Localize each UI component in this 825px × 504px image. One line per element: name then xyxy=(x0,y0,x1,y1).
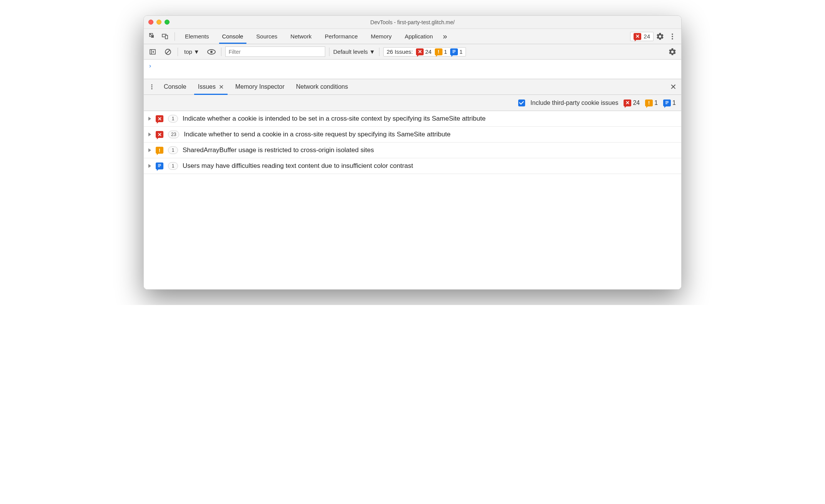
separator xyxy=(178,48,178,56)
svg-point-4 xyxy=(672,36,673,37)
empty-area xyxy=(144,174,681,289)
issue-count-pill: 1 xyxy=(168,162,178,170)
error-count: 24 xyxy=(644,33,650,40)
checkbox-label: Include third-party cookie issues xyxy=(531,99,619,106)
issue-title: Users may have difficulties reading text… xyxy=(183,162,413,170)
tab-label: Elements xyxy=(185,33,209,40)
prompt-icon: › xyxy=(148,63,152,70)
info-count: 1 xyxy=(459,48,462,55)
info-icon xyxy=(663,99,671,106)
overflow-glyph: » xyxy=(443,32,447,41)
tab-sources[interactable]: Sources xyxy=(250,29,284,44)
separator xyxy=(221,48,221,56)
device-toolbar-icon[interactable] xyxy=(159,31,171,42)
console-toolbar: top ▼ Default levels ▼ 26 Issues: ✕24 !1… xyxy=(144,44,681,60)
settings-icon[interactable] xyxy=(654,31,666,42)
tab-label: Memory xyxy=(371,33,392,40)
live-expression-icon[interactable] xyxy=(206,46,217,58)
issue-title: Indicate whether a cookie is intended to… xyxy=(183,115,486,123)
issue-row[interactable]: 1Users may have difficulties reading tex… xyxy=(144,158,681,174)
issue-title: SharedArrayBuffer usage is restricted to… xyxy=(183,146,374,154)
issue-row[interactable]: !1SharedArrayBuffer usage is restricted … xyxy=(144,143,681,158)
drawer-kebab-icon[interactable] xyxy=(146,81,158,93)
tab-label: Network xyxy=(291,33,312,40)
tab-label: Network conditions xyxy=(296,83,348,90)
svg-point-9 xyxy=(210,51,213,53)
error-icon: ✕ xyxy=(156,115,163,122)
warning-icon: ! xyxy=(156,147,163,154)
warning-count: 1 xyxy=(654,99,658,106)
open-issues-button[interactable]: ✕ 24 xyxy=(630,32,654,41)
issues-toolbar: Include third-party cookie issues ✕24 !1… xyxy=(144,95,681,111)
issue-count-pill: 23 xyxy=(168,131,179,138)
console-body[interactable]: › xyxy=(144,60,681,79)
clear-console-icon[interactable] xyxy=(162,46,174,58)
devtools-window: DevTools - first-party-test.glitch.me/ E… xyxy=(143,15,682,290)
issue-row[interactable]: ✕23Indicate whether to send a cookie in … xyxy=(144,127,681,143)
titlebar: DevTools - first-party-test.glitch.me/ xyxy=(144,16,681,29)
log-levels-selector[interactable]: Default levels ▼ xyxy=(333,48,375,55)
tab-label: Issues xyxy=(198,83,216,90)
separator xyxy=(329,48,329,56)
svg-rect-2 xyxy=(165,35,168,39)
expand-caret-icon xyxy=(148,164,151,168)
drawer-tab-issues[interactable]: Issues ✕ xyxy=(193,79,229,94)
tab-memory[interactable]: Memory xyxy=(365,29,398,44)
tab-elements[interactable]: Elements xyxy=(179,29,215,44)
third-party-checkbox[interactable] xyxy=(518,99,525,106)
tab-label: Sources xyxy=(256,33,278,40)
tab-performance[interactable]: Performance xyxy=(319,29,364,44)
toggle-sidebar-icon[interactable] xyxy=(147,46,158,58)
tab-label: Console xyxy=(164,83,186,90)
warning-count: 1 xyxy=(444,48,447,55)
error-count: 24 xyxy=(425,48,432,55)
drawer-tabs: Console Issues ✕ Memory Inspector Networ… xyxy=(144,79,681,95)
console-settings-icon[interactable] xyxy=(667,46,678,58)
svg-point-11 xyxy=(151,86,152,87)
drawer-tab-console[interactable]: Console xyxy=(158,79,192,94)
tab-label: Performance xyxy=(325,33,358,40)
drawer-tab-memory-inspector[interactable]: Memory Inspector xyxy=(230,79,290,94)
more-tabs-button[interactable]: » xyxy=(440,29,450,44)
filter-input[interactable] xyxy=(225,46,325,57)
info-icon xyxy=(450,48,458,55)
expand-caret-icon xyxy=(148,148,151,152)
main-tabs: Elements Console Sources Network Perform… xyxy=(144,29,681,44)
error-icon: ✕ xyxy=(156,131,163,138)
issues-label: 26 Issues: xyxy=(387,48,413,55)
issue-row[interactable]: ✕1Indicate whether a cookie is intended … xyxy=(144,111,681,127)
tab-label: Memory Inspector xyxy=(235,83,284,90)
tab-label: Console xyxy=(222,33,243,40)
warning-icon: ! xyxy=(645,99,653,106)
info-count: 1 xyxy=(672,99,676,106)
expand-caret-icon xyxy=(148,117,151,121)
levels-label: Default levels xyxy=(333,48,368,55)
issues-list: ✕1Indicate whether a cookie is intended … xyxy=(144,111,681,174)
expand-caret-icon xyxy=(148,133,151,136)
chevron-down-icon: ▼ xyxy=(194,48,200,55)
error-icon: ✕ xyxy=(416,48,424,55)
issue-count-pill: 1 xyxy=(168,146,178,154)
issue-count-pill: 1 xyxy=(168,115,178,123)
tab-console[interactable]: Console xyxy=(216,29,249,44)
window-title: DevTools - first-party-test.glitch.me/ xyxy=(144,19,681,25)
chevron-down-icon: ▼ xyxy=(369,48,375,55)
tab-network[interactable]: Network xyxy=(284,29,318,44)
svg-point-10 xyxy=(151,84,152,85)
error-icon: ✕ xyxy=(624,99,631,106)
error-count: 24 xyxy=(633,99,640,106)
issue-title: Indicate whether to send a cookie in a c… xyxy=(184,131,451,138)
warning-icon: ! xyxy=(435,48,442,55)
close-tab-icon[interactable]: ✕ xyxy=(219,83,224,91)
separator xyxy=(379,48,379,56)
info-icon xyxy=(156,162,163,169)
drawer-tab-network-conditions[interactable]: Network conditions xyxy=(291,79,353,94)
inspect-element-icon[interactable] xyxy=(147,31,158,42)
tab-application[interactable]: Application xyxy=(399,29,439,44)
separator xyxy=(175,32,175,41)
kebab-menu-icon[interactable] xyxy=(667,31,678,42)
issues-summary[interactable]: 26 Issues: ✕24 !1 1 xyxy=(383,47,466,56)
close-drawer-icon[interactable]: ✕ xyxy=(667,81,679,93)
execution-context-selector[interactable]: top ▼ xyxy=(182,48,202,56)
tab-label: Application xyxy=(405,33,433,40)
